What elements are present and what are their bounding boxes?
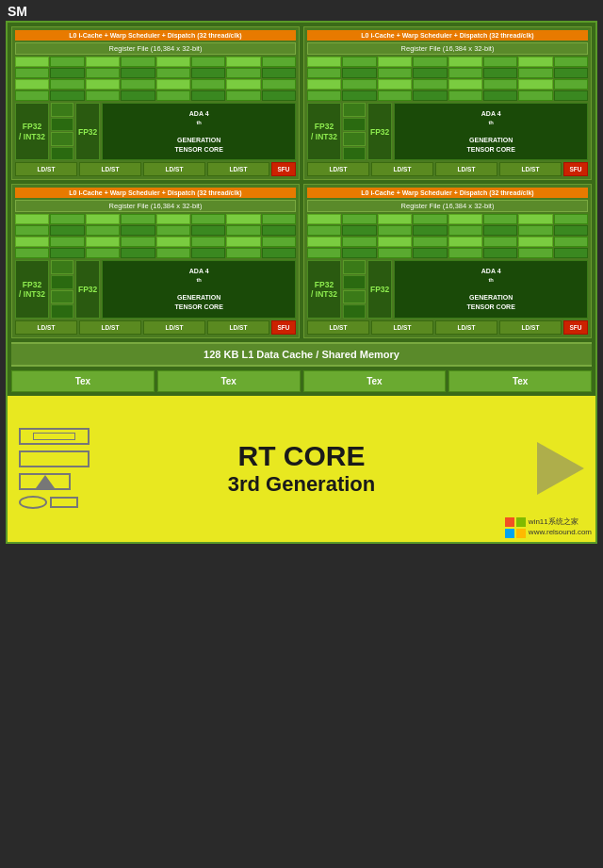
win11-logo: win11系统之家 www.relsound.com [505,517,592,538]
q2-ldst-4: LD/ST [499,162,562,176]
q3-ldst-1: LD/ST [15,320,77,335]
quadrant-3: L0 i-Cache + Warp Scheduler + Dispatch (… [11,184,300,337]
q2-sfu: SFU [563,162,588,176]
q2-register-label: Register File (16,384 x 32-bit) [307,42,588,55]
q1-ldst-2: LD/ST [79,162,141,176]
tex-4: Tex [448,370,592,392]
q2-fp32: FP32 [367,103,392,160]
quadrants-grid: L0 i-Cache + Warp Scheduler + Dispatch (… [8,23,595,342]
l1-cache-bar: 128 KB L1 Data Cache / Shared Memory [11,342,592,367]
q2-tensor: ADA 4thGENERATIONTENSOR CORE [394,103,588,160]
tex-3: Tex [303,370,447,392]
q4-ldst-3: LD/ST [435,320,497,335]
q3-fp32: FP32 [75,260,100,318]
q2-ldst-2: LD/ST [371,162,433,176]
sm-label: SM [8,4,27,19]
q3-tensor: ADA 4thGENERATIONTENSOR CORE [102,260,296,318]
q4-fp32: FP32 [367,260,392,318]
q2-ldst-1: LD/ST [307,162,369,176]
q1-tensor: ADA 4thGENERATIONTENSOR CORE [102,103,296,160]
q1-ldst-4: LD/ST [207,162,269,176]
rt-right-shapes [537,442,584,495]
q1-fp32-int32: FP32 / INT32 [15,103,49,160]
q4-ldst-2: LD/ST [371,320,433,335]
q3-ldst-3: LD/ST [143,320,205,335]
q3-sfu: SFU [271,320,296,335]
q4-tensor: ADA 4thGENERATIONTENSOR CORE [394,260,588,318]
quadrant-2: L0 i-Cache + Warp Scheduler + Dispatch (… [303,26,592,180]
q1-register-label: Register File (16,384 x 32-bit) [15,42,296,55]
q2-ldst-3: LD/ST [435,162,497,176]
q4-ldst-1: LD/ST [307,320,369,335]
q1-ldst-1: LD/ST [15,162,77,176]
q4-register-label: Register File (16,384 x 32-bit) [307,200,588,212]
rt-core-text: RT CORE 3rd Generation [228,440,375,497]
tex-row: Tex Tex Tex Tex [8,367,595,396]
windows-icon [505,517,526,538]
q3-ldst-4: LD/ST [207,320,269,335]
tex-1: Tex [11,370,155,392]
q4-header: L0 i-Cache + Warp Scheduler + Dispatch (… [307,188,588,198]
site-text: win11系统之家 www.relsound.com [529,517,592,537]
q1-ldst-3: LD/ST [143,162,205,176]
tex-2: Tex [157,370,301,392]
q3-fp32-int32: FP32 / INT32 [15,260,49,318]
q1-sfu: SFU [271,162,296,176]
q1-header: L0 i-Cache + Warp Scheduler + Dispatch (… [15,30,296,41]
q3-ldst-2: LD/ST [79,320,141,335]
q4-fp32-int32: FP32 / INT32 [307,260,341,318]
q2-header: L0 i-Cache + Warp Scheduler + Dispatch (… [307,30,588,41]
quadrant-1: L0 i-Cache + Warp Scheduler + Dispatch (… [11,26,300,180]
rt-core-title: RT CORE [228,440,375,472]
q1-fp32: FP32 [75,103,100,160]
rt-core-generation: 3rd Generation [228,472,375,497]
rt-left-shapes [19,428,90,509]
q4-ldst-4: LD/ST [499,320,562,335]
q3-header: L0 i-Cache + Warp Scheduler + Dispatch (… [15,188,296,198]
q3-register-label: Register File (16,384 x 32-bit) [15,200,296,212]
q4-sfu: SFU [563,320,588,335]
rt-core-section: RT CORE 3rd Generation win11系统之家 [8,396,595,542]
watermark-area: win11系统之家 www.relsound.com [505,517,592,538]
outer-wrapper: L0 i-Cache + Warp Scheduler + Dispatch (… [6,21,597,544]
quadrant-4: L0 i-Cache + Warp Scheduler + Dispatch (… [303,184,592,337]
q2-fp32-int32: FP32 / INT32 [307,103,341,160]
